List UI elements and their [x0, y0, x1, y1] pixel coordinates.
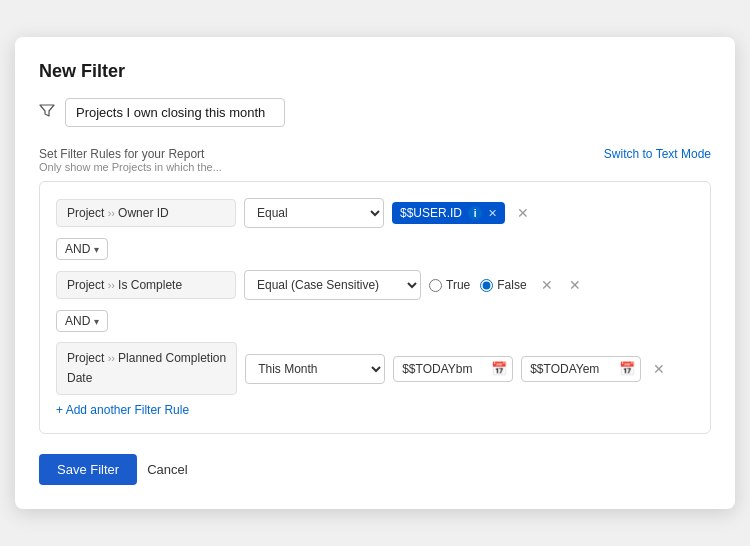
- calendar-icon-to[interactable]: 📅: [619, 361, 635, 376]
- rule-operator-3[interactable]: This Month Last Month Next Month Today C…: [245, 354, 385, 384]
- rules-container: Project ›› Owner ID Equal Not Equal Is E…: [39, 181, 711, 433]
- rule-row-1: Project ›› Owner ID Equal Not Equal Is E…: [56, 198, 694, 228]
- info-icon-1: i: [468, 206, 482, 220]
- save-button[interactable]: Save Filter: [39, 454, 137, 485]
- field-prefix-3: Project: [67, 351, 104, 365]
- and-badge-2[interactable]: AND ▾: [56, 310, 108, 332]
- radio-false-label: False: [497, 278, 526, 292]
- date-to-wrap: 📅: [521, 356, 641, 382]
- rule-operator-1[interactable]: Equal Not Equal Is Empty Is Not Empty: [244, 198, 384, 228]
- section-header: Set Filter Rules for your Report Only sh…: [39, 147, 711, 173]
- rule-field-2: Project ›› Is Complete: [56, 271, 236, 299]
- radio-true-2[interactable]: True: [429, 278, 470, 292]
- rule-row-3: Project ›› Planned Completion Date This …: [56, 342, 694, 394]
- section-label: Set Filter Rules for your Report: [39, 147, 222, 161]
- rule-operator-2[interactable]: Equal (Case Sensitive) Not Equal Is Empt…: [244, 270, 421, 300]
- rule-field-3: Project ›› Planned Completion Date: [56, 342, 237, 394]
- rule-field-1: Project ›› Owner ID: [56, 199, 236, 227]
- filter-name-row: [39, 98, 711, 127]
- modal-title: New Filter: [39, 61, 711, 82]
- field-name-1: Owner ID: [118, 206, 169, 220]
- filter-icon: [39, 103, 55, 123]
- remove-rule-3[interactable]: ✕: [649, 359, 669, 379]
- tag-close-1[interactable]: ✕: [488, 207, 497, 220]
- remove-rule-1[interactable]: ✕: [513, 203, 533, 223]
- switch-text-mode[interactable]: Switch to Text Mode: [604, 147, 711, 161]
- field-name-2: Is Complete: [118, 278, 182, 292]
- field-name-3: Planned Completion: [118, 351, 226, 365]
- field-arrow-3: ››: [108, 352, 118, 364]
- chevron-icon-1: ▾: [94, 244, 99, 255]
- field-arrow-2: ››: [108, 279, 118, 291]
- field-prefix-1: Project: [67, 206, 104, 220]
- rule-row-2: Project ›› Is Complete Equal (Case Sensi…: [56, 270, 694, 300]
- section-labels: Set Filter Rules for your Report Only sh…: [39, 147, 222, 173]
- radio-true-label: True: [446, 278, 470, 292]
- radio-input-true[interactable]: [429, 279, 442, 292]
- field-prefix-2: Project: [67, 278, 104, 292]
- calendar-icon-from[interactable]: 📅: [491, 361, 507, 376]
- remove-rule-2[interactable]: ✕: [565, 275, 585, 295]
- field-name-3b: Date: [67, 371, 92, 385]
- and-badge-1[interactable]: AND ▾: [56, 238, 108, 260]
- add-rule-btn[interactable]: + Add another Filter Rule: [56, 403, 189, 417]
- date-from-wrap: 📅: [393, 356, 513, 382]
- radio-false-2[interactable]: False: [480, 278, 526, 292]
- chevron-icon-2: ▾: [94, 316, 99, 327]
- radio-input-false[interactable]: [480, 279, 493, 292]
- radio-group-2: True False ✕: [429, 275, 557, 295]
- remove-radio-2[interactable]: ✕: [537, 275, 557, 295]
- cancel-button[interactable]: Cancel: [147, 462, 187, 477]
- modal: New Filter Set Filter Rules for your Rep…: [15, 37, 735, 508]
- field-arrow-1: ››: [108, 207, 118, 219]
- and-label-2: AND: [65, 314, 90, 328]
- filter-name-input[interactable]: [65, 98, 285, 127]
- footer: Save Filter Cancel: [39, 454, 711, 485]
- section-sublabel: Only show me Projects in which the...: [39, 161, 222, 173]
- value-tag-1: $$USER.ID i ✕: [392, 202, 505, 224]
- tag-text-1: $$USER.ID: [400, 206, 462, 220]
- and-label-1: AND: [65, 242, 90, 256]
